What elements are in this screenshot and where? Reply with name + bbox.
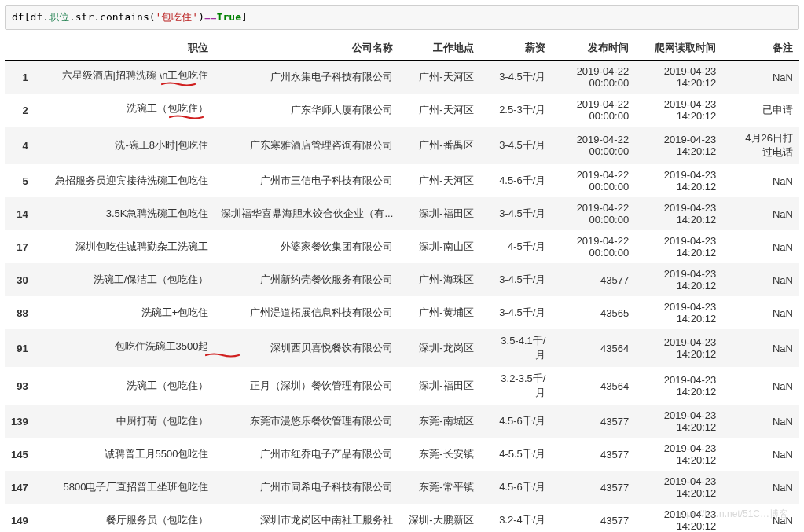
- cell-pub: 43577: [552, 438, 635, 471]
- cell-company: 东莞市漫悠乐餐饮管理有限公司: [215, 405, 399, 438]
- cell-company: 广东华师大厦有限公司: [215, 94, 399, 127]
- pos-text: 5800电子厂直招普工坐班包吃住: [64, 481, 209, 493]
- cell-loc: 广州-番禺区: [399, 127, 479, 164]
- cell-pos: 洗碗工（包吃住）: [35, 367, 215, 405]
- cell-pub: 2019-04-2200:00:00: [552, 197, 635, 230]
- cell-salary: 4.5-6千/月: [480, 471, 553, 504]
- pos-text: 六星级酒店|招聘洗碗 \n工包吃住: [62, 69, 209, 81]
- cell-loc: 东莞-常平镇: [399, 471, 479, 504]
- cell-salary: 4.5-6千/月: [480, 164, 553, 197]
- header-remark: 备注: [722, 36, 799, 61]
- code-text: df[df.: [12, 11, 49, 23]
- table-row: 2洗碗工（包吃住）广东华师大厦有限公司广州-天河区2.5-3千/月2019-04…: [5, 94, 799, 127]
- cell-pub: 43577: [552, 263, 635, 296]
- cell-loc: 广州-天河区: [399, 164, 479, 197]
- row-index: 14: [5, 197, 35, 230]
- cell-crawl: 2019-04-2314:20:12: [635, 504, 722, 532]
- cell-remark: NaN: [722, 438, 799, 471]
- pos-text: 包吃住洗碗工3500起: [115, 340, 209, 352]
- cell-pub: 2019-04-2200:00:00: [552, 230, 635, 263]
- cell-crawl: 2019-04-2314:20:12: [635, 230, 722, 263]
- table-row: 139中厨打荷（包吃住）东莞市漫悠乐餐饮管理有限公司东莞-南城区4.5-6千/月…: [5, 405, 799, 438]
- table-row: 1六星级酒店|招聘洗碗 \n工包吃住广州永集电子科技有限公司广州-天河区3-4.…: [5, 61, 799, 94]
- cell-crawl: 2019-04-2314:20:12: [635, 329, 722, 367]
- row-index: 4: [5, 127, 35, 164]
- row-index: 145: [5, 438, 35, 471]
- row-index: 149: [5, 504, 35, 532]
- table-row: 91包吃住洗碗工3500起深圳西贝喜悦餐饮有限公司深圳-龙岗区3.5-4.1千/…: [5, 329, 799, 367]
- cell-salary: 3.2-3.5千/月: [480, 367, 553, 405]
- cell-remark: NaN: [722, 197, 799, 230]
- cell-crawl: 2019-04-2314:20:12: [635, 94, 722, 127]
- cell-pos: 3.5K急聘洗碗工包吃住: [35, 197, 215, 230]
- row-index: 88: [5, 296, 35, 329]
- cell-salary: 3-4.5千/月: [480, 127, 553, 164]
- code-close: ): [198, 11, 204, 23]
- cell-pub: 43577: [552, 405, 635, 438]
- row-index: 2: [5, 94, 35, 127]
- pos-text: 洗碗工（包吃住）: [127, 380, 208, 391]
- cell-crawl: 2019-04-2314:20:12: [635, 61, 722, 94]
- code-field: 职位: [49, 11, 69, 23]
- header-company: 公司名称: [215, 36, 399, 61]
- cell-pub: 43564: [552, 367, 635, 405]
- cell-pos: 深圳包吃住诚聘勤杂工洗碗工: [35, 230, 215, 263]
- cell-loc: 广州-天河区: [399, 61, 479, 94]
- cell-salary: 4.5-6千/月: [480, 405, 553, 438]
- dataframe-table: 职位 公司名称 工作地点 薪资 发布时间 爬网读取时间 备注 1六星级酒店|招聘…: [5, 36, 799, 532]
- pos-text: 洗-碗工8小时|包吃住: [115, 139, 208, 151]
- cell-pos: 洗碗工（包吃住）: [35, 94, 215, 127]
- table-row: 4洗-碗工8小时|包吃住广东寒雅酒店管理咨询有限公司广州-番禺区3-4.5千/月…: [5, 127, 799, 164]
- table-row: 93洗碗工（包吃住）正月（深圳）餐饮管理有限公司深圳-福田区3.2-3.5千/月…: [5, 367, 799, 405]
- cell-crawl: 2019-04-2314:20:12: [635, 127, 722, 164]
- row-index: 30: [5, 263, 35, 296]
- row-index: 91: [5, 329, 35, 367]
- red-underline-annotation: [169, 114, 204, 119]
- cell-loc: 广州-天河区: [399, 94, 479, 127]
- pos-text: 诚聘普工月5500包吃住: [105, 448, 209, 460]
- cell-remark: NaN: [722, 504, 799, 532]
- cell-remark: NaN: [722, 263, 799, 296]
- cell-crawl: 2019-04-2314:20:12: [635, 405, 722, 438]
- table-row: 17深圳包吃住诚聘勤杂工洗碗工外婆家餐饮集团有限公司深圳-南山区4-5千/月20…: [5, 230, 799, 263]
- cell-pub: 2019-04-2200:00:00: [552, 61, 635, 94]
- table-row: 143.5K急聘洗碗工包吃住深圳福华喜鼎海胆水饺合伙企业（有...深圳-福田区3…: [5, 197, 799, 230]
- table-row: 88洗碗工+包吃住广州湜道拓展信息科技有限公司广州-黄埔区3-4.5千/月435…: [5, 296, 799, 329]
- code-method: .str.contains(: [69, 11, 156, 23]
- cell-company: 广州新约壳餐饮服务有限公司: [215, 263, 399, 296]
- table-row: 149餐厅服务员（包吃住）深圳市龙岗区中南社工服务社深圳-大鹏新区3.2-4千/…: [5, 504, 799, 532]
- cell-remark: NaN: [722, 471, 799, 504]
- table-row: 30洗碗工/保洁工（包吃住）广州新约壳餐饮服务有限公司广州-海珠区3-4.5千/…: [5, 263, 799, 296]
- cell-crawl: 2019-04-2314:20:12: [635, 438, 722, 471]
- cell-loc: 东莞-南城区: [399, 405, 479, 438]
- header-index: [5, 36, 35, 61]
- code-arg: '包吃住': [156, 11, 199, 23]
- pos-text: 深圳包吃住诚聘勤杂工洗碗工: [75, 240, 208, 252]
- cell-loc: 深圳-福田区: [399, 367, 479, 405]
- cell-pub: 2019-04-2200:00:00: [552, 127, 635, 164]
- code-eq: ==: [204, 11, 217, 23]
- cell-pub: 43564: [552, 329, 635, 367]
- cell-crawl: 2019-04-2314:20:12: [635, 164, 722, 197]
- red-underline-annotation: [205, 352, 240, 357]
- cell-remark: NaN: [722, 230, 799, 263]
- cell-loc: 广州-黄埔区: [399, 296, 479, 329]
- cell-company: 广州市红乔电子产品有限公司: [215, 438, 399, 471]
- cell-salary: 3-4.5千/月: [480, 296, 553, 329]
- cell-crawl: 2019-04-2314:20:12: [635, 197, 722, 230]
- cell-pos: 包吃住洗碗工3500起: [35, 329, 215, 367]
- cell-loc: 深圳-南山区: [399, 230, 479, 263]
- header-loc: 工作地点: [399, 36, 479, 61]
- cell-remark: 已申请: [722, 94, 799, 127]
- cell-company: 广州永集电子科技有限公司: [215, 61, 399, 94]
- header-salary: 薪资: [480, 36, 553, 61]
- code-end: ]: [241, 11, 248, 23]
- cell-pos: 诚聘普工月5500包吃住: [35, 438, 215, 471]
- cell-loc: 东莞-长安镇: [399, 438, 479, 471]
- pos-text: 3.5K急聘洗碗工包吃住: [106, 207, 209, 219]
- cell-pub: 2019-04-2200:00:00: [552, 94, 635, 127]
- cell-pub: 2019-04-2200:00:00: [552, 164, 635, 197]
- cell-company: 广东寒雅酒店管理咨询有限公司: [215, 127, 399, 164]
- cell-pos: 洗碗工/保洁工（包吃住）: [35, 263, 215, 296]
- table-row: 1475800电子厂直招普工坐班包吃住广州市同希电子科技有限公司东莞-常平镇4.…: [5, 471, 799, 504]
